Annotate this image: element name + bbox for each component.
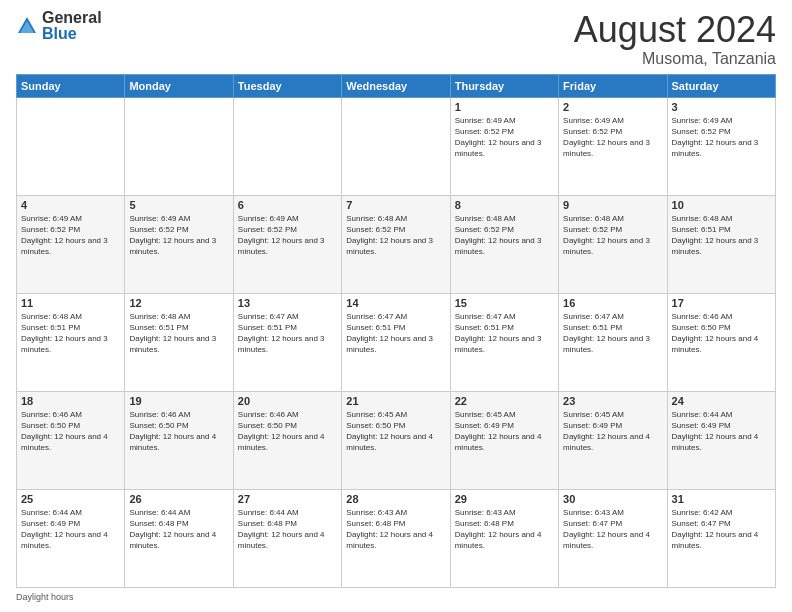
calendar-cell: 26Sunrise: 6:44 AMSunset: 6:48 PMDayligh… [125, 489, 233, 587]
day-info: Sunrise: 6:44 AMSunset: 6:49 PMDaylight:… [21, 507, 120, 552]
calendar-cell: 13Sunrise: 6:47 AMSunset: 6:51 PMDayligh… [233, 293, 341, 391]
day-number: 24 [672, 395, 771, 407]
day-number: 13 [238, 297, 337, 309]
day-number: 10 [672, 199, 771, 211]
day-info: Sunrise: 6:43 AMSunset: 6:47 PMDaylight:… [563, 507, 662, 552]
day-info: Sunrise: 6:44 AMSunset: 6:49 PMDaylight:… [672, 409, 771, 454]
calendar-cell: 25Sunrise: 6:44 AMSunset: 6:49 PMDayligh… [17, 489, 125, 587]
logo-blue: Blue [42, 26, 102, 42]
calendar-cell: 29Sunrise: 6:43 AMSunset: 6:48 PMDayligh… [450, 489, 558, 587]
day-number: 30 [563, 493, 662, 505]
day-info: Sunrise: 6:48 AMSunset: 6:52 PMDaylight:… [455, 213, 554, 258]
col-tuesday: Tuesday [233, 74, 341, 97]
day-number: 27 [238, 493, 337, 505]
col-sunday: Sunday [17, 74, 125, 97]
day-info: Sunrise: 6:43 AMSunset: 6:48 PMDaylight:… [346, 507, 445, 552]
calendar-cell: 17Sunrise: 6:46 AMSunset: 6:50 PMDayligh… [667, 293, 775, 391]
calendar-cell: 20Sunrise: 6:46 AMSunset: 6:50 PMDayligh… [233, 391, 341, 489]
calendar-week-3: 18Sunrise: 6:46 AMSunset: 6:50 PMDayligh… [17, 391, 776, 489]
day-number: 20 [238, 395, 337, 407]
calendar-cell: 2Sunrise: 6:49 AMSunset: 6:52 PMDaylight… [559, 97, 667, 195]
calendar-cell: 7Sunrise: 6:48 AMSunset: 6:52 PMDaylight… [342, 195, 450, 293]
calendar-cell: 24Sunrise: 6:44 AMSunset: 6:49 PMDayligh… [667, 391, 775, 489]
calendar-cell: 11Sunrise: 6:48 AMSunset: 6:51 PMDayligh… [17, 293, 125, 391]
calendar-cell: 19Sunrise: 6:46 AMSunset: 6:50 PMDayligh… [125, 391, 233, 489]
col-wednesday: Wednesday [342, 74, 450, 97]
logo: General Blue [16, 10, 102, 42]
calendar-cell: 8Sunrise: 6:48 AMSunset: 6:52 PMDaylight… [450, 195, 558, 293]
day-number: 7 [346, 199, 445, 211]
day-info: Sunrise: 6:45 AMSunset: 6:49 PMDaylight:… [563, 409, 662, 454]
day-number: 23 [563, 395, 662, 407]
calendar-cell [125, 97, 233, 195]
calendar-week-0: 1Sunrise: 6:49 AMSunset: 6:52 PMDaylight… [17, 97, 776, 195]
day-info: Sunrise: 6:46 AMSunset: 6:50 PMDaylight:… [238, 409, 337, 454]
calendar-cell: 22Sunrise: 6:45 AMSunset: 6:49 PMDayligh… [450, 391, 558, 489]
col-saturday: Saturday [667, 74, 775, 97]
logo-icon [16, 15, 38, 37]
calendar-week-1: 4Sunrise: 6:49 AMSunset: 6:52 PMDaylight… [17, 195, 776, 293]
day-info: Sunrise: 6:47 AMSunset: 6:51 PMDaylight:… [238, 311, 337, 356]
day-info: Sunrise: 6:49 AMSunset: 6:52 PMDaylight:… [21, 213, 120, 258]
day-number: 19 [129, 395, 228, 407]
day-number: 1 [455, 101, 554, 113]
calendar-cell: 28Sunrise: 6:43 AMSunset: 6:48 PMDayligh… [342, 489, 450, 587]
title-month: August 2024 [574, 10, 776, 50]
day-info: Sunrise: 6:48 AMSunset: 6:51 PMDaylight:… [21, 311, 120, 356]
day-number: 18 [21, 395, 120, 407]
header: General Blue August 2024 Musoma, Tanzani… [16, 10, 776, 68]
day-info: Sunrise: 6:44 AMSunset: 6:48 PMDaylight:… [129, 507, 228, 552]
day-number: 14 [346, 297, 445, 309]
col-monday: Monday [125, 74, 233, 97]
col-thursday: Thursday [450, 74, 558, 97]
day-info: Sunrise: 6:49 AMSunset: 6:52 PMDaylight:… [238, 213, 337, 258]
calendar-table: Sunday Monday Tuesday Wednesday Thursday… [16, 74, 776, 588]
calendar-cell: 23Sunrise: 6:45 AMSunset: 6:49 PMDayligh… [559, 391, 667, 489]
day-info: Sunrise: 6:46 AMSunset: 6:50 PMDaylight:… [21, 409, 120, 454]
day-number: 5 [129, 199, 228, 211]
daylight-label: Daylight hours [16, 592, 74, 602]
calendar-cell: 5Sunrise: 6:49 AMSunset: 6:52 PMDaylight… [125, 195, 233, 293]
calendar-cell [17, 97, 125, 195]
day-info: Sunrise: 6:43 AMSunset: 6:48 PMDaylight:… [455, 507, 554, 552]
calendar-cell: 1Sunrise: 6:49 AMSunset: 6:52 PMDaylight… [450, 97, 558, 195]
day-info: Sunrise: 6:46 AMSunset: 6:50 PMDaylight:… [129, 409, 228, 454]
day-number: 28 [346, 493, 445, 505]
day-info: Sunrise: 6:49 AMSunset: 6:52 PMDaylight:… [563, 115, 662, 160]
day-info: Sunrise: 6:45 AMSunset: 6:49 PMDaylight:… [455, 409, 554, 454]
day-number: 4 [21, 199, 120, 211]
calendar-cell: 3Sunrise: 6:49 AMSunset: 6:52 PMDaylight… [667, 97, 775, 195]
calendar-cell: 4Sunrise: 6:49 AMSunset: 6:52 PMDaylight… [17, 195, 125, 293]
day-number: 3 [672, 101, 771, 113]
col-friday: Friday [559, 74, 667, 97]
logo-general: General [42, 10, 102, 26]
calendar-cell: 14Sunrise: 6:47 AMSunset: 6:51 PMDayligh… [342, 293, 450, 391]
day-number: 8 [455, 199, 554, 211]
day-number: 12 [129, 297, 228, 309]
day-number: 15 [455, 297, 554, 309]
calendar-cell: 10Sunrise: 6:48 AMSunset: 6:51 PMDayligh… [667, 195, 775, 293]
day-info: Sunrise: 6:48 AMSunset: 6:52 PMDaylight:… [346, 213, 445, 258]
day-info: Sunrise: 6:46 AMSunset: 6:50 PMDaylight:… [672, 311, 771, 356]
day-number: 29 [455, 493, 554, 505]
calendar-header-row: Sunday Monday Tuesday Wednesday Thursday… [17, 74, 776, 97]
day-number: 11 [21, 297, 120, 309]
day-number: 16 [563, 297, 662, 309]
calendar-cell: 9Sunrise: 6:48 AMSunset: 6:52 PMDaylight… [559, 195, 667, 293]
calendar-cell: 6Sunrise: 6:49 AMSunset: 6:52 PMDaylight… [233, 195, 341, 293]
calendar-cell [342, 97, 450, 195]
day-number: 22 [455, 395, 554, 407]
day-info: Sunrise: 6:47 AMSunset: 6:51 PMDaylight:… [346, 311, 445, 356]
day-info: Sunrise: 6:47 AMSunset: 6:51 PMDaylight:… [455, 311, 554, 356]
title-location: Musoma, Tanzania [574, 50, 776, 68]
calendar-cell: 21Sunrise: 6:45 AMSunset: 6:50 PMDayligh… [342, 391, 450, 489]
calendar-cell: 12Sunrise: 6:48 AMSunset: 6:51 PMDayligh… [125, 293, 233, 391]
page: General Blue August 2024 Musoma, Tanzani… [0, 0, 792, 612]
day-number: 9 [563, 199, 662, 211]
day-info: Sunrise: 6:48 AMSunset: 6:52 PMDaylight:… [563, 213, 662, 258]
calendar-week-2: 11Sunrise: 6:48 AMSunset: 6:51 PMDayligh… [17, 293, 776, 391]
day-info: Sunrise: 6:45 AMSunset: 6:50 PMDaylight:… [346, 409, 445, 454]
day-number: 2 [563, 101, 662, 113]
day-number: 31 [672, 493, 771, 505]
day-info: Sunrise: 6:47 AMSunset: 6:51 PMDaylight:… [563, 311, 662, 356]
